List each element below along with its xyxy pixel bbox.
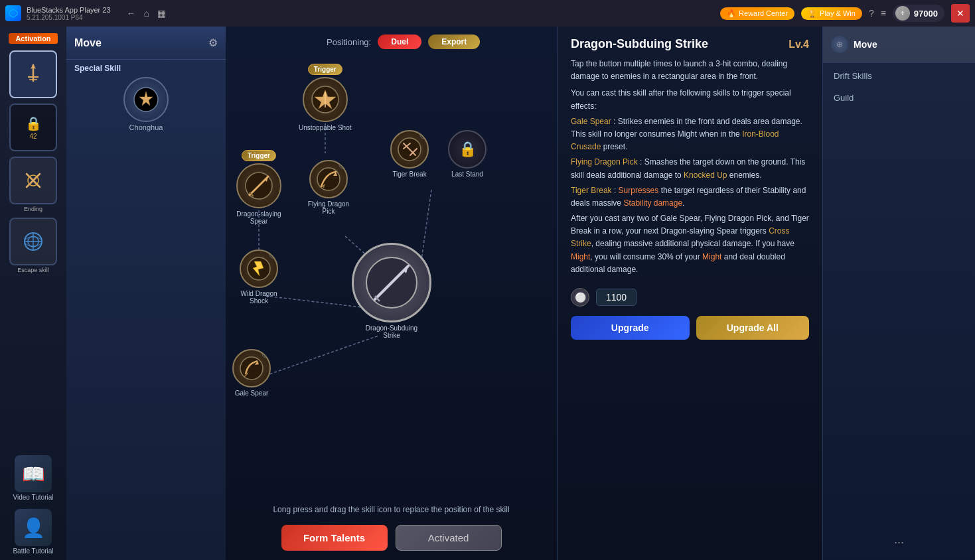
activated-button[interactable]: Activated <box>396 525 502 551</box>
unstoppable-shot-label: Unstoppable Shot <box>299 124 352 131</box>
reward-icon: 🔥 <box>727 9 736 18</box>
positioning-label: Positioning: <box>327 37 371 47</box>
tiger-break-circle[interactable]: 4 <box>390 130 429 169</box>
wild-dragon-shock-node[interactable]: 4 Wild Dragon Shock <box>232 249 285 305</box>
reward-center-button[interactable]: 🔥 Reward Center <box>720 7 794 20</box>
add-coins-button[interactable]: + <box>895 6 910 21</box>
bottom-buttons: Form Talents Activated <box>226 518 557 560</box>
dragon-slaying-label: Dragon-slaying Spear <box>232 210 285 225</box>
dragon-subduing-strike-node[interactable]: 4 Dragon-Subduing Strike <box>352 243 431 339</box>
upgrade-all-button[interactable]: Upgrade All <box>696 316 810 340</box>
close-button[interactable]: ✕ <box>951 4 970 23</box>
move-tab[interactable]: ⊕ Move <box>823 27 975 63</box>
coins-display: + 97000 <box>893 5 944 22</box>
gale-spear-node[interactable]: 4 Gale Spear <box>232 349 271 397</box>
help-button[interactable]: ? <box>869 8 874 19</box>
move-tab-icon: ⊕ <box>831 36 848 53</box>
drift-skills-label: Drift Skills <box>823 63 883 85</box>
video-tutorial-button[interactable]: 📖 <box>15 455 52 492</box>
video-tutorial-label: Video Tutorial <box>13 494 54 501</box>
export-button[interactable]: Export <box>428 35 480 49</box>
move-panel: Move ⚙ Special Skill Chonghua <box>66 27 226 560</box>
reward-label: Reward Center <box>739 9 788 17</box>
upgrade-currency-row: ⚪ 1100 <box>571 288 809 307</box>
flying-dragon-pick-circle[interactable]: 4 <box>309 160 348 198</box>
home-button[interactable]: ⌂ <box>144 8 149 19</box>
desc-body: Tap the button multiple times to launch … <box>571 58 809 276</box>
currency-icon: ⚪ <box>571 288 589 307</box>
left-sidebar: Activation 🔒 42 End <box>0 27 66 560</box>
gale-spear-circle[interactable]: 4 <box>232 349 271 387</box>
playnwin-icon: 🏆 <box>808 9 817 18</box>
move-header: Move ⚙ <box>66 27 226 60</box>
tiger-break-label: Tiger Break <box>392 171 426 178</box>
escape-skill-slot[interactable] <box>9 218 57 265</box>
chonghua-label: Chonghua <box>129 123 163 131</box>
titlebar-left: BlueStacks App Player 23 5.21.205.1001 P… <box>5 5 166 21</box>
escape-skill-icon <box>21 230 45 253</box>
svg-point-34 <box>240 357 263 380</box>
dragon-slaying-spear-node[interactable]: Trigger Dragon-slaying Spear <box>232 150 285 225</box>
form-talents-button[interactable]: Form Talents <box>281 525 388 551</box>
active-skill-slot[interactable] <box>9 50 57 98</box>
dragon-slaying-icon <box>244 171 273 200</box>
flying-dragon-pick-badge: 4 <box>338 160 348 169</box>
positioning-bar: Positioning: Duel Export <box>226 27 557 57</box>
battle-tutorial-label: Battle Tutorial <box>13 547 53 555</box>
svg-line-19 <box>265 336 378 376</box>
wild-dragon-shock-label: Wild Dragon Shock <box>232 290 285 305</box>
unstoppable-shot-circle[interactable] <box>303 77 348 122</box>
titlebar: BlueStacks App Player 23 5.21.205.1001 P… <box>0 0 975 27</box>
more-options-dots[interactable]: ··· <box>894 535 904 549</box>
back-button[interactable]: ← <box>127 8 136 19</box>
svg-point-27 <box>317 168 340 190</box>
upgrade-button[interactable]: Upgrade <box>571 316 690 340</box>
settings-icon[interactable]: ⚙ <box>208 36 218 49</box>
special-skill-area: Chonghua <box>66 77 226 131</box>
dragon-subduing-strike-circle[interactable]: 4 <box>352 243 431 322</box>
move-tab-label: Move <box>854 39 877 50</box>
battle-tutorial-section: 👤 Battle Tutorial <box>13 509 53 560</box>
upgrade-buttons-row: Upgrade Upgrade All <box>571 316 809 340</box>
play-win-button[interactable]: 🏆 Play & Win <box>801 7 862 20</box>
dragon-subduing-strike-icon <box>365 256 418 309</box>
desc-title: Dragon-Subduing Strike <box>571 37 708 51</box>
last-stand-lock-icon: 🔒 <box>459 141 477 158</box>
battle-tutorial-button[interactable]: 👤 <box>15 509 52 546</box>
wild-dragon-shock-circle[interactable]: 4 <box>240 249 278 288</box>
ending-skill-icon <box>21 169 45 192</box>
last-stand-circle[interactable]: 🔒 <box>448 130 487 169</box>
coins-value: 97000 <box>914 9 938 19</box>
active-skill-icon <box>21 62 45 86</box>
titlebar-right: 🔥 Reward Center 🏆 Play & Win ? ≡ + 97000… <box>720 4 970 23</box>
ending-label: Ending <box>23 206 44 212</box>
ending-skill-card: Ending <box>9 157 57 212</box>
main-content: Activation 🔒 42 End <box>0 27 975 560</box>
titlebar-nav: ← ⌂ ▦ <box>127 8 166 19</box>
dragon-slaying-circle[interactable] <box>236 163 281 208</box>
chonghua-icon <box>133 86 159 113</box>
skills-grid: Trigger Unstoppable Shot Trigger <box>226 57 557 500</box>
menu-button[interactable]: ≡ <box>881 8 886 19</box>
unstoppable-shot-icon <box>311 85 340 114</box>
duel-button[interactable]: Duel <box>378 35 421 49</box>
unstoppable-shot-node[interactable]: Trigger Unstoppable Shot <box>299 64 352 131</box>
locked-skill-slot[interactable]: 🔒 42 <box>9 104 57 151</box>
trigger-badge-2: Trigger <box>242 150 276 161</box>
currency-value: 1100 <box>596 289 637 306</box>
move-title: Move <box>74 37 102 49</box>
activation-badge: Activation <box>9 33 57 44</box>
flying-dragon-pick-node[interactable]: 4 Flying Dragon Pick <box>302 160 355 215</box>
flying-dragon-pick-icon <box>316 167 341 192</box>
chonghua-slot[interactable] <box>123 77 169 122</box>
level-display: 42 <box>29 133 37 140</box>
flying-dragon-pick-label: Flying Dragon Pick <box>302 200 355 215</box>
gale-spear-label: Gale Spear <box>235 389 269 397</box>
tiger-break-icon <box>397 137 422 162</box>
app-version: 5.21.205.1001 P64 <box>27 14 111 21</box>
ending-skill-slot[interactable] <box>9 157 57 204</box>
wild-dragon-shock-icon <box>246 256 271 281</box>
tiger-break-node[interactable]: 4 Tiger Break <box>390 130 429 178</box>
copy-button[interactable]: ▦ <box>157 8 166 19</box>
last-stand-node[interactable]: 🔒 Last Stand <box>448 130 487 178</box>
